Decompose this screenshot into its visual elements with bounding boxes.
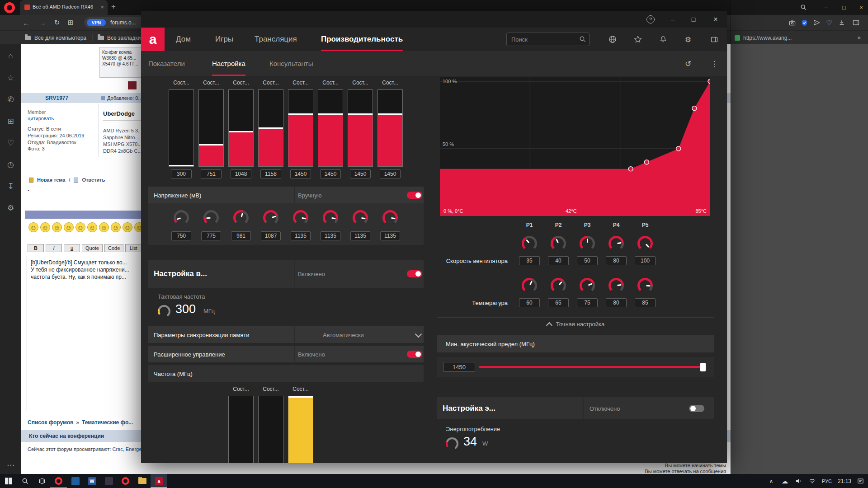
bar-value-box[interactable]: 1158: [260, 169, 281, 178]
bar-value-box[interactable]: 1450: [290, 169, 311, 178]
help-icon[interactable]: ?: [646, 14, 656, 24]
fan-curve-point[interactable]: [644, 160, 649, 164]
bookmark-url[interactable]: https://www.avang...: [743, 35, 792, 41]
forum-thumbnail[interactable]: [128, 81, 137, 89]
search-input[interactable]: [506, 33, 590, 46]
kebab-menu-icon[interactable]: ⋮: [709, 59, 719, 69]
frequency-bar[interactable]: [288, 89, 313, 167]
fan-speed-value[interactable]: 40: [548, 256, 569, 265]
knob-value-box[interactable]: 1087: [261, 231, 281, 240]
taskbar-search-button[interactable]: [17, 474, 33, 488]
fan-curve-point[interactable]: [692, 106, 697, 111]
sidebar-panel-icon[interactable]: [851, 18, 861, 28]
close-button[interactable]: ×: [711, 14, 721, 24]
fan-speed-knob[interactable]: [522, 236, 537, 251]
knob-value-box[interactable]: 1135: [380, 231, 400, 240]
fan-curve-point[interactable]: [676, 146, 681, 151]
editor-button[interactable]: B: [28, 244, 44, 252]
fan-speed-value[interactable]: 35: [519, 256, 540, 265]
tab-close-icon[interactable]: ×: [100, 4, 104, 10]
star-icon[interactable]: [633, 34, 643, 44]
send-flow-icon[interactable]: [812, 18, 822, 28]
new-tab-button[interactable]: +: [111, 2, 116, 11]
fan-temp-knob[interactable]: [580, 278, 595, 293]
gear-icon[interactable]: ⚙: [683, 34, 693, 44]
fan-temp-knob[interactable]: [522, 278, 537, 293]
knob-value-box[interactable]: 1135: [321, 231, 340, 240]
voltage-knob[interactable]: [323, 210, 338, 225]
frequency-bar[interactable]: [258, 89, 283, 167]
frequency-bar[interactable]: [288, 396, 313, 463]
acoustic-slider-handle[interactable]: [700, 363, 706, 371]
editor-button[interactable]: Quote: [82, 244, 103, 252]
knob-value-box[interactable]: 775: [201, 231, 221, 240]
acoustic-value-box[interactable]: 1450: [443, 362, 475, 372]
fan-speed-knob[interactable]: [551, 236, 566, 251]
fan-curve-point[interactable]: [708, 79, 710, 84]
smiley-icon[interactable]: ☺: [28, 222, 38, 232]
knob-value-box[interactable]: 1135: [291, 231, 311, 240]
action-center-icon[interactable]: [854, 474, 866, 488]
heart-icon[interactable]: ♡: [824, 18, 834, 28]
clock[interactable]: 21:13: [835, 474, 854, 488]
bar-value-box[interactable]: 300: [171, 169, 192, 178]
close-button[interactable]: ×: [856, 2, 866, 12]
speed-dial-icon[interactable]: ⌂: [5, 51, 16, 61]
panel-toggle-icon[interactable]: [709, 34, 719, 44]
tray-chevron-icon[interactable]: ∧: [766, 474, 777, 488]
editor-button[interactable]: Code: [104, 244, 123, 252]
fan-temp-knob[interactable]: [609, 278, 624, 293]
fan-temp-value[interactable]: 60: [519, 298, 540, 307]
reset-icon[interactable]: ↺: [683, 59, 693, 69]
voltage-knob[interactable]: [263, 210, 278, 225]
fan-speed-value[interactable]: 100: [635, 256, 656, 265]
knob-value-box[interactable]: 750: [171, 231, 191, 240]
taskbar-app-4[interactable]: [100, 474, 117, 488]
frequency-bar[interactable]: [258, 396, 283, 463]
fan-speed-value[interactable]: 50: [577, 256, 598, 265]
messenger-icon[interactable]: ✆: [5, 94, 16, 105]
smiley-icon[interactable]: ☺: [40, 222, 50, 232]
knob-value-box[interactable]: 1135: [350, 231, 370, 240]
nav-games[interactable]: Игры: [215, 28, 233, 51]
editor-button[interactable]: u: [64, 244, 80, 252]
bar-value-box[interactable]: 1450: [320, 169, 341, 178]
fan-curve-point[interactable]: [628, 167, 633, 171]
downloads-icon[interactable]: ↧: [5, 181, 16, 192]
smiley-icon[interactable]: ☺: [111, 222, 121, 232]
frequency-bar[interactable]: [318, 89, 343, 167]
taskbar-app-2[interactable]: [67, 474, 84, 488]
bar-value-box[interactable]: 751: [201, 169, 222, 178]
smiley-icon[interactable]: ☺: [123, 222, 132, 232]
language-indicator[interactable]: РУС: [819, 474, 835, 488]
acoustic-slider[interactable]: [479, 366, 706, 368]
history-clock-icon[interactable]: ◷: [5, 159, 16, 170]
taskbar-app-opera[interactable]: [50, 474, 67, 488]
username-link[interactable]: SRV1977: [45, 95, 68, 101]
nav-performance[interactable]: Производительность: [321, 28, 403, 51]
smiley-icon[interactable]: ☺: [99, 222, 109, 232]
chevron-down-icon[interactable]: [415, 330, 422, 338]
bookmarks-star-icon[interactable]: ☆: [5, 72, 16, 83]
voltage-knob[interactable]: [382, 210, 398, 225]
fan-temp-value[interactable]: 75: [577, 298, 598, 307]
minimize-button[interactable]: –: [821, 2, 831, 12]
bell-icon[interactable]: [658, 34, 668, 44]
voltage-knob[interactable]: [293, 210, 308, 225]
bookmark-folder-item[interactable]: Все для компьютера: [25, 31, 86, 45]
frequency-bar[interactable]: [377, 89, 403, 167]
power-tuning-toggle[interactable]: [689, 405, 704, 412]
settings-gear-icon[interactable]: ⚙: [5, 202, 16, 213]
task-view-button[interactable]: [33, 474, 50, 488]
breadcrumb-root-link[interactable]: Список форумов: [28, 419, 73, 426]
taskbar-app-word[interactable]: W: [84, 474, 100, 488]
knob-value-box[interactable]: 981: [231, 231, 251, 240]
bar-value-box[interactable]: 1450: [350, 169, 371, 178]
taskbar-app-opera-2[interactable]: [117, 474, 134, 488]
volume-icon[interactable]: [793, 474, 804, 488]
minimize-button[interactable]: –: [668, 14, 678, 24]
back-icon[interactable]: ←: [21, 18, 31, 27]
bar-value-box[interactable]: 1450: [380, 169, 401, 178]
vpn-badge[interactable]: VPN: [87, 19, 106, 26]
smiley-icon[interactable]: ☺: [87, 222, 97, 232]
